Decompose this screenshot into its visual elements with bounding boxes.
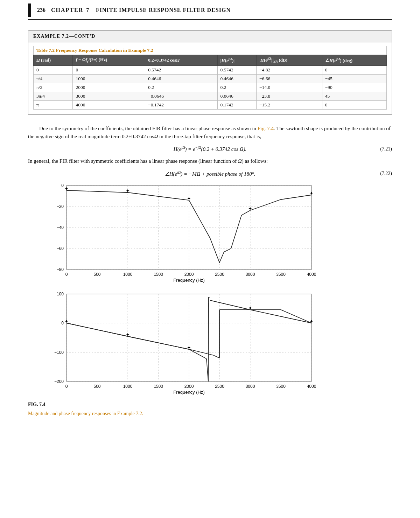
svg-text:4000: 4000	[307, 272, 316, 277]
equation-722-row: ∠H(ejΩ) = −MΩ + possible phase of 180°. …	[28, 170, 392, 177]
col-header-magdb: |H(ejΩ)|dB (dB)	[256, 55, 322, 66]
table-cell: π/4	[34, 74, 73, 83]
table-cell: 4000	[73, 100, 145, 109]
table-cell: −0.0646	[145, 92, 217, 100]
example-content: Table 7.2 Frequency Response Calculation…	[28, 42, 392, 114]
table-cell: 45	[322, 92, 386, 100]
svg-text:−200: −200	[54, 379, 64, 384]
equation-721-num: (7.21)	[380, 146, 392, 152]
equation-721-row: H(ejΩ) = e−jΩ(0.2 + 0.3742 cos Ω). (7.21…	[28, 146, 392, 152]
svg-text:✦: ✦	[126, 332, 130, 337]
table-cell: 3000	[73, 92, 145, 100]
body-paragraph1: Due to the symmetry of the coefficients,…	[28, 125, 392, 141]
svg-line-68	[208, 297, 209, 382]
svg-text:2000: 2000	[184, 272, 194, 277]
svg-text:3500: 3500	[276, 272, 286, 277]
table-cell: π	[34, 100, 73, 109]
svg-text:−100: −100	[54, 350, 64, 355]
chart-area: 0 −20 −40 −60 −80 0 500 1000 1500 2000 2…	[28, 182, 392, 399]
svg-text:Frequency (Hz): Frequency (Hz)	[173, 278, 205, 283]
table-cell: −90	[322, 83, 386, 92]
svg-text:500: 500	[93, 272, 100, 277]
page-number: 236	[37, 7, 46, 13]
table-cell: 0.5742	[145, 65, 217, 74]
table-cell: 0.4646	[217, 74, 256, 83]
svg-text:2500: 2500	[215, 272, 224, 277]
svg-text:3000: 3000	[246, 384, 255, 389]
equation-722: ∠H(ejΩ) = −MΩ + possible phase of 180°.	[165, 170, 255, 177]
table-cell: π/2	[34, 83, 73, 92]
table-row: π4000−0.17420.1742−15.20	[34, 100, 387, 109]
table-cell: −0.1742	[145, 100, 217, 109]
chapter-title: FINITE IMPULSE RESPONSE FILTER DESIGN	[96, 7, 231, 13]
table-cell: −45	[322, 74, 386, 83]
svg-text:Frequency (Hz): Frequency (Hz)	[173, 390, 205, 395]
table-cell: 0.0646	[217, 92, 256, 100]
table-cell: −23.8	[256, 92, 322, 100]
table-row: 3π/43000−0.06460.0646−23.845	[34, 92, 387, 100]
svg-text:3000: 3000	[246, 272, 255, 277]
svg-text:−20: −20	[57, 204, 64, 209]
header-accent	[28, 4, 31, 17]
svg-text:3500: 3500	[276, 384, 286, 389]
frequency-response-table: Table 7.2 Frequency Response Calculation…	[33, 46, 387, 110]
table-cell: −6.66	[256, 74, 322, 83]
svg-text:✦: ✦	[309, 190, 314, 196]
table-row: π/220000.20.2−14.0−90	[34, 83, 387, 92]
svg-text:1500: 1500	[154, 384, 163, 389]
svg-text:100: 100	[57, 292, 64, 296]
col-header-omega: Ω (rad)	[34, 55, 73, 66]
body-paragraph2: In general, the FIR filter with symmetri…	[28, 157, 392, 165]
svg-text:1000: 1000	[123, 272, 133, 277]
svg-text:✦: ✦	[126, 188, 130, 194]
svg-text:−60: −60	[57, 246, 64, 251]
table-cell: 0.1742	[217, 100, 256, 109]
table-cell: 3π/4	[34, 92, 73, 100]
svg-text:2500: 2500	[215, 384, 224, 389]
svg-text:✦: ✦	[64, 186, 69, 191]
svg-text:500: 500	[93, 384, 100, 389]
table-cell: 0	[34, 65, 73, 74]
figure-container: 0 −20 −40 −60 −80 0 500 1000 1500 2000 2…	[28, 182, 392, 416]
table-cell: 0	[73, 65, 145, 74]
svg-text:1500: 1500	[154, 272, 163, 277]
table-cell: −4.82	[256, 65, 322, 74]
svg-text:✦: ✦	[64, 318, 69, 324]
figure-caption-link: Example 7.2	[117, 411, 142, 416]
svg-rect-36	[66, 294, 312, 382]
chapter-num: 7	[86, 7, 89, 13]
table-cell: 0	[322, 65, 386, 74]
svg-text:0: 0	[65, 272, 68, 277]
table-cell: 0	[322, 100, 386, 109]
svg-text:✦: ✦	[187, 345, 191, 350]
table-cell: −14.0	[256, 83, 322, 92]
col-header-expr: 0.2+0.3742 cosΩ	[145, 55, 217, 66]
table-cell: −15.2	[256, 100, 322, 109]
svg-text:✦: ✦	[248, 305, 252, 311]
table-cell: 1000	[73, 74, 145, 83]
col-header-mag: |H(ejΩ)|	[217, 55, 256, 66]
svg-text:1000: 1000	[123, 384, 133, 389]
chapter-label: CHAPTER	[51, 7, 83, 13]
equation-722-num: (7.22)	[380, 171, 392, 176]
svg-text:4000: 4000	[307, 384, 316, 389]
svg-text:0: 0	[65, 384, 68, 389]
col-header-freq: f = Ωfs/(2π) (Hz)	[73, 55, 145, 66]
table-cell: 0.2	[145, 83, 217, 92]
equation-721: H(ejΩ) = e−jΩ(0.2 + 0.3742 cos Ω).	[174, 146, 246, 152]
example-box: EXAMPLE 7.2—CONT'D Table 7.2 Frequency R…	[28, 30, 392, 115]
magnitude-chart: 0 −20 −40 −60 −80 0 500 1000 1500 2000 2…	[42, 182, 329, 287]
svg-text:0: 0	[61, 321, 64, 326]
figure-caption: Magnitude and phase frequency responses …	[28, 409, 392, 416]
svg-text:✦: ✦	[248, 206, 252, 211]
svg-text:2000: 2000	[184, 384, 194, 389]
svg-text:✦: ✦	[187, 196, 191, 201]
figure-label: FIG. 7.4	[28, 402, 392, 407]
table-row: 000.57420.5742−4.820	[34, 65, 387, 74]
table-caption-link: Example 7.2	[128, 48, 153, 53]
svg-text:0: 0	[61, 183, 64, 188]
page-header: 236 CHAPTER 7 FINITE IMPULSE RESPONSE FI…	[28, 0, 392, 20]
fig-link: Fig. 7.4	[258, 126, 274, 131]
svg-text:✦: ✦	[309, 318, 314, 324]
svg-text:−40: −40	[57, 225, 64, 230]
